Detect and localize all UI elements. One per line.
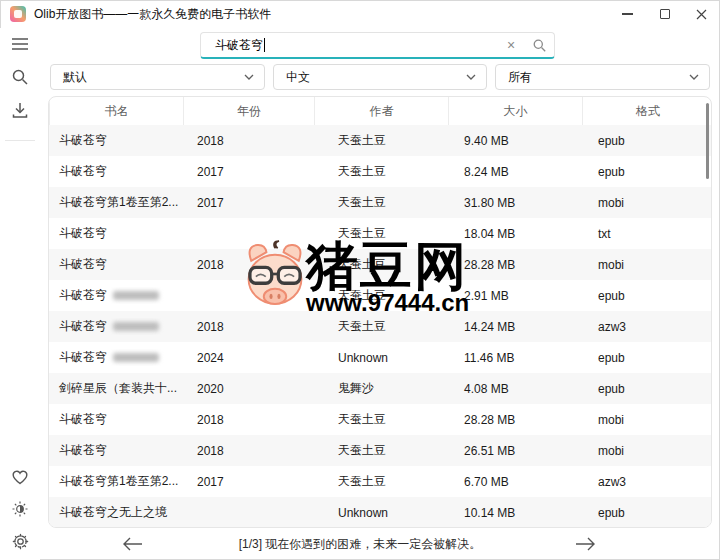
filter-selected-value: 中文 — [286, 69, 310, 86]
cell-book-name: 斗破苍穹第1卷至第2... — [49, 194, 183, 211]
table-row[interactable]: 斗破苍穹 2024 Unknown 11.46 MB epub — [49, 342, 711, 373]
table-header: 书名 年份 作者 大小 格式 — [49, 97, 711, 125]
cell-book-name: 斗破苍穹 — [49, 132, 183, 149]
table-row[interactable]: 斗破苍穹 2017 天蚕土豆 8.24 MB epub — [49, 156, 711, 187]
sidebar-divider — [5, 140, 35, 141]
app-window: Olib开放图书——一款永久免费的电子书软件 — [0, 0, 720, 560]
footer-bar: [1/3] 现在你遇到的困难，未来一定会被解决。 — [0, 528, 720, 560]
blurred-text — [113, 291, 159, 300]
cell-size: 26.51 MB — [448, 444, 582, 458]
cell-book-name: 斗破苍穹 — [49, 287, 183, 304]
cell-author: 鬼舞沙 — [314, 380, 448, 397]
clear-search-button[interactable]: × — [498, 34, 524, 57]
previous-quote-button[interactable] — [118, 531, 148, 557]
cell-year: 2020 — [183, 382, 314, 396]
cell-book-name: 斗破苍穹之无上之境 — [49, 504, 183, 521]
cell-size: 8.24 MB — [448, 165, 582, 179]
download-icon — [12, 102, 28, 118]
table-row[interactable]: 斗破苍穹 2018 天蚕土豆 26.51 MB mobi — [49, 435, 711, 466]
cell-format: epub — [582, 382, 712, 396]
cell-book-name: 斗破苍穹第1卷至第2... — [49, 473, 183, 490]
cell-author: 天蚕土豆 — [314, 256, 448, 273]
cell-format: mobi — [582, 196, 712, 210]
table-row[interactable]: 斗破苍穹 2018 天蚕土豆 9.40 MB epub — [49, 125, 711, 156]
cell-book-name: 斗破苍穹 — [49, 411, 183, 428]
cell-author: Unknown — [314, 351, 448, 365]
table-row[interactable]: 斗破苍穹第1卷至第2... 2017 天蚕土豆 31.80 MB mobi — [49, 187, 711, 218]
cell-author: 天蚕土豆 — [314, 287, 448, 304]
table-row[interactable]: 斗破苍穹之无上之境 Unknown 10.14 MB epub — [49, 497, 711, 528]
cell-author: 天蚕土豆 — [314, 132, 448, 149]
column-header[interactable]: 格式 — [582, 97, 712, 125]
sidebar-item-favorites[interactable] — [6, 463, 34, 491]
filter-dropdown[interactable]: 默认 — [50, 64, 265, 90]
cell-format: epub — [582, 165, 712, 179]
blurred-text — [113, 353, 159, 362]
cell-author: 天蚕土豆 — [314, 225, 448, 242]
cell-size: 11.46 MB — [448, 351, 582, 365]
scrollbar-thumb[interactable] — [706, 103, 709, 179]
sidebar-item-downloads[interactable] — [6, 96, 34, 124]
submit-search-button[interactable] — [524, 39, 554, 52]
menu-button[interactable] — [6, 30, 34, 58]
window-title: Olib开放图书——一款永久免费的电子书软件 — [34, 6, 271, 23]
cell-year: 2024 — [183, 351, 314, 365]
cell-size: 31.80 MB — [448, 196, 582, 210]
arrow-left-icon — [123, 537, 143, 551]
table-row[interactable]: 斗破苍穹 天蚕土豆 18.04 MB txt — [49, 218, 711, 249]
cell-year: 2018 — [183, 320, 314, 334]
cell-size: 28.28 MB — [448, 413, 582, 427]
cell-author: 天蚕土豆 — [314, 473, 448, 490]
cell-format: txt — [582, 227, 712, 241]
column-header[interactable]: 作者 — [314, 97, 448, 125]
next-quote-button[interactable] — [570, 531, 600, 557]
maximize-button[interactable] — [646, 0, 683, 28]
column-header[interactable]: 书名 — [49, 97, 183, 125]
hamburger-icon — [12, 38, 28, 50]
cell-year: 2018 — [183, 444, 314, 458]
filter-selected-value: 默认 — [63, 69, 87, 86]
table-row[interactable]: 斗破苍穹第1卷至第2... 2017 天蚕土豆 6.70 MB azw3 — [49, 466, 711, 497]
cell-book-name: 斗破苍穹 — [49, 349, 183, 366]
minimize-icon — [622, 13, 633, 14]
table-row[interactable]: 剑碎星辰（套装共十... 2020 鬼舞沙 4.08 MB epub — [49, 373, 711, 404]
cell-author: Unknown — [314, 506, 448, 520]
cell-size: 10.14 MB — [448, 506, 582, 520]
cell-format: epub — [582, 134, 712, 148]
cell-format: mobi — [582, 444, 712, 458]
filter-dropdown[interactable]: 所有 — [495, 64, 710, 90]
cell-year: 2018 — [183, 134, 314, 148]
close-button[interactable] — [683, 0, 720, 28]
theme-toggle-button[interactable] — [6, 495, 34, 523]
title-bar: Olib开放图书——一款永久免费的电子书软件 — [0, 0, 720, 28]
text-caret — [264, 38, 265, 52]
table-body: 斗破苍穹 2018 天蚕土豆 9.40 MB epub 斗破苍穹 2017 天蚕… — [49, 125, 711, 528]
cell-author: 天蚕土豆 — [314, 194, 448, 211]
chevron-down-icon — [466, 74, 476, 80]
cell-book-name: 斗破苍穹 — [49, 442, 183, 459]
minimize-button[interactable] — [609, 0, 646, 28]
table-row[interactable]: 斗破苍穹 天蚕土豆 2.91 MB epub — [49, 280, 711, 311]
column-header[interactable]: 年份 — [183, 97, 314, 125]
search-input-value: 斗破苍穹 — [215, 37, 263, 54]
cell-book-name: 剑碎星辰（套装共十... — [49, 380, 183, 397]
sidebar-item-search[interactable] — [6, 63, 34, 91]
cell-size: 18.04 MB — [448, 227, 582, 241]
close-icon — [696, 9, 707, 20]
cell-author: 天蚕土豆 — [314, 163, 448, 180]
results-table: 书名 年份 作者 大小 格式 斗破苍穹 2018 天蚕土豆 9.40 MB ep… — [48, 96, 712, 528]
table-row[interactable]: 斗破苍穹 2018 天蚕土豆 14.24 MB azw3 — [49, 311, 711, 342]
search-input[interactable]: 斗破苍穹 × — [200, 32, 555, 59]
column-header[interactable]: 大小 — [448, 97, 582, 125]
table-row[interactable]: 斗破苍穹 2018 天蚕土豆 28.28 MB mobi — [49, 249, 711, 280]
cell-year: 2018 — [183, 413, 314, 427]
cell-size: 28.28 MB — [448, 258, 582, 272]
cell-author: 天蚕土豆 — [314, 442, 448, 459]
window-controls — [609, 0, 720, 28]
arrow-right-icon — [575, 537, 595, 551]
cell-size: 9.40 MB — [448, 134, 582, 148]
cell-year: 2017 — [183, 165, 314, 179]
table-row[interactable]: 斗破苍穹 2018 天蚕土豆 28.28 MB mobi — [49, 404, 711, 435]
filter-dropdown[interactable]: 中文 — [273, 64, 487, 90]
cell-book-name: 斗破苍穹 — [49, 225, 183, 242]
